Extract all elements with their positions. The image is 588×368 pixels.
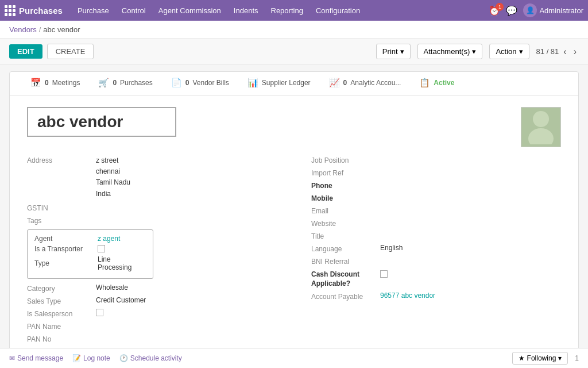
- tab-meetings[interactable]: 📅 0 Meetings: [21, 72, 89, 95]
- import-ref-field: Import Ref: [311, 168, 561, 177]
- nav-configuration[interactable]: Configuration: [310, 3, 366, 18]
- tab-active[interactable]: 📋 Active: [410, 72, 463, 95]
- cash-discount-label: Cash Discount Applicable?: [311, 269, 380, 288]
- account-payable-value: 96577 abc vendor: [380, 292, 435, 300]
- category-label: Category: [27, 283, 96, 293]
- category-value: Wholesale: [96, 283, 128, 292]
- nav-purchase[interactable]: Purchase: [72, 3, 115, 18]
- card-tabs: 📅 0 Meetings 🛒 0 Purchases 📄 0 Vendor Bi…: [10, 72, 578, 95]
- salesperson-checkbox[interactable]: [96, 309, 103, 316]
- attachments-button[interactable]: Attachment(s) ▾: [417, 44, 483, 59]
- job-position-field: Job Position: [311, 155, 561, 164]
- fields-row: Address z street chennai Tamil Nadu Indi…: [27, 155, 561, 347]
- action-right: Print ▾ Attachment(s) ▾ Action ▾ 81 / 81…: [376, 44, 579, 59]
- chevron-down-icon: ▾: [472, 47, 476, 56]
- vendor-name-section: abc vendor: [27, 107, 176, 151]
- salesperson-field: Is Salesperson: [27, 309, 277, 318]
- chevron-down-icon: ▾: [400, 47, 404, 56]
- mobile-field: Mobile: [311, 193, 561, 202]
- tags-field: Tags: [27, 216, 277, 225]
- transporter-label: Is a Transporter: [34, 245, 98, 253]
- chat-icon[interactable]: 💬: [506, 5, 517, 16]
- fields-left: Address z street chennai Tamil Nadu Indi…: [27, 155, 277, 347]
- print-button[interactable]: Print ▾: [376, 44, 411, 59]
- app-title: Purchases: [19, 6, 63, 16]
- user-avatar: 👤: [523, 3, 537, 17]
- avatar-silhouette: [527, 110, 555, 144]
- transporter-checkbox[interactable]: [98, 245, 105, 252]
- create-button[interactable]: CREATE: [47, 44, 94, 59]
- action-button[interactable]: Action ▾: [489, 44, 529, 59]
- phone-label: Phone: [311, 181, 380, 190]
- following-button[interactable]: ★ Following ▾: [512, 352, 568, 365]
- cash-discount-checkbox[interactable]: [380, 270, 388, 278]
- next-button[interactable]: ›: [571, 47, 579, 57]
- sales-type-value: Credit Customer: [96, 296, 146, 304]
- pan-name-field: PAN Name: [27, 321, 277, 331]
- chevron-down-icon: ▾: [519, 47, 523, 56]
- mobile-label: Mobile: [311, 193, 380, 202]
- calendar-icon: 📅: [30, 78, 41, 88]
- schedule-activity-button[interactable]: 🕐 Schedule activity: [119, 354, 182, 362]
- website-field: Website: [311, 218, 561, 228]
- chevron-down-icon: ▾: [558, 354, 562, 362]
- tab-vendor-bills[interactable]: 📄 0 Vendor Bills: [162, 72, 238, 95]
- website-label: Website: [311, 218, 380, 228]
- salesperson-label: Is Salesperson: [27, 309, 96, 318]
- message-icon: ✉: [9, 354, 15, 362]
- bni-referral-field: BNI Referral: [311, 256, 561, 266]
- app-logo[interactable]: Purchases: [5, 5, 63, 16]
- tab-purchases[interactable]: 🛒 0 Purchases: [89, 72, 161, 95]
- user-menu[interactable]: 👤 Administrator: [523, 3, 583, 17]
- job-position-label: Job Position: [311, 155, 380, 164]
- clock-badge: 1: [496, 3, 504, 11]
- send-message-button[interactable]: ✉ Send message: [9, 354, 63, 362]
- breadcrumb: Vendors / abc vendor: [0, 21, 588, 39]
- bill-icon: 📄: [171, 78, 182, 88]
- clock-icon[interactable]: ⏰ 1: [489, 5, 500, 16]
- main-content: 📅 0 Meetings 🛒 0 Purchases 📄 0 Vendor Bi…: [0, 64, 588, 368]
- sales-type-label: Sales Type: [27, 296, 96, 305]
- tab-supplier-ledger[interactable]: 📊 Supplier Ledger: [238, 72, 320, 95]
- type-value: Line Processing: [98, 255, 146, 271]
- address-value: z street chennai Tamil Nadu India: [96, 155, 130, 200]
- pagination: 81 / 81 ‹ ›: [536, 47, 579, 57]
- language-value: English: [380, 244, 403, 252]
- schedule-icon: 🕐: [119, 354, 128, 362]
- vendor-name: abc vendor: [27, 107, 176, 137]
- cart-icon: 🛒: [98, 78, 109, 88]
- gstin-label: GSTIN: [27, 203, 96, 212]
- bni-referral-label: BNI Referral: [311, 256, 380, 266]
- title-label: Title: [311, 231, 380, 240]
- nav-reporting[interactable]: Reporting: [265, 3, 309, 18]
- vendor-header: abc vendor: [27, 107, 561, 151]
- account-payable-label: Account Payable: [311, 292, 380, 301]
- tags-label: Tags: [27, 216, 96, 225]
- cash-discount-field: Cash Discount Applicable?: [311, 269, 561, 288]
- edit-button[interactable]: EDIT: [9, 44, 42, 59]
- agent-value: z agent: [98, 235, 120, 243]
- email-label: Email: [311, 206, 380, 215]
- import-ref-label: Import Ref: [311, 168, 380, 177]
- topbar: Purchases Purchase Control Agent Commiss…: [0, 0, 588, 21]
- transporter-row: Is a Transporter: [34, 245, 146, 253]
- tab-analytic[interactable]: 📈 0 Analytic Accou...: [320, 72, 411, 95]
- nav-indents[interactable]: Indents: [228, 3, 264, 18]
- nav-agent-commission[interactable]: Agent Commission: [153, 3, 227, 18]
- log-note-button[interactable]: 📝 Log note: [72, 354, 110, 362]
- star-icon: ★: [519, 354, 525, 362]
- sales-type-field: Sales Type Credit Customer: [27, 296, 277, 305]
- breadcrumb-parent[interactable]: Vendors: [9, 25, 37, 34]
- vendor-card: 📅 0 Meetings 🛒 0 Purchases 📄 0 Vendor Bi…: [9, 71, 579, 368]
- card-body: abc vendor Address z street: [10, 95, 578, 368]
- category-field: Category Wholesale: [27, 283, 277, 293]
- note-icon: 📝: [72, 354, 81, 362]
- agent-box: Agent z agent Is a Transporter Type Line…: [27, 229, 153, 279]
- fields-right: Job Position Import Ref Phone Mobile: [311, 155, 561, 347]
- type-row: Type Line Processing: [34, 255, 146, 271]
- agent-label: Agent: [34, 235, 98, 243]
- active-icon: 📋: [419, 78, 430, 88]
- prev-button[interactable]: ‹: [561, 47, 568, 57]
- nav-control[interactable]: Control: [116, 3, 152, 18]
- ledger-icon: 📊: [247, 78, 258, 88]
